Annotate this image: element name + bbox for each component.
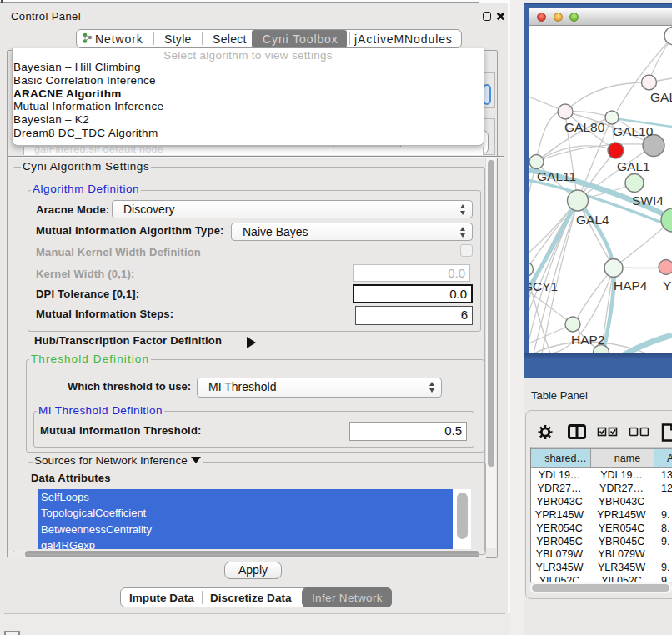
svg-text:HAP4: HAP4 — [614, 278, 648, 292]
svg-text:GAL80: GAL80 — [564, 120, 605, 134]
svg-text:GAL4: GAL4 — [576, 212, 609, 227]
svg-text:GCY1: GCY1 — [529, 279, 558, 293]
svg-text:GAL11: GAL11 — [537, 169, 576, 183]
svg-text:GAL1: GAL1 — [617, 159, 650, 173]
svg-text:SWI4: SWI4 — [632, 193, 664, 208]
svg-text:GAL7: GAL7 — [650, 90, 672, 104]
svg-text:GAL10: GAL10 — [613, 124, 654, 138]
svg-text:Y: Y — [663, 278, 671, 292]
svg-text:HAP2: HAP2 — [571, 332, 605, 347]
